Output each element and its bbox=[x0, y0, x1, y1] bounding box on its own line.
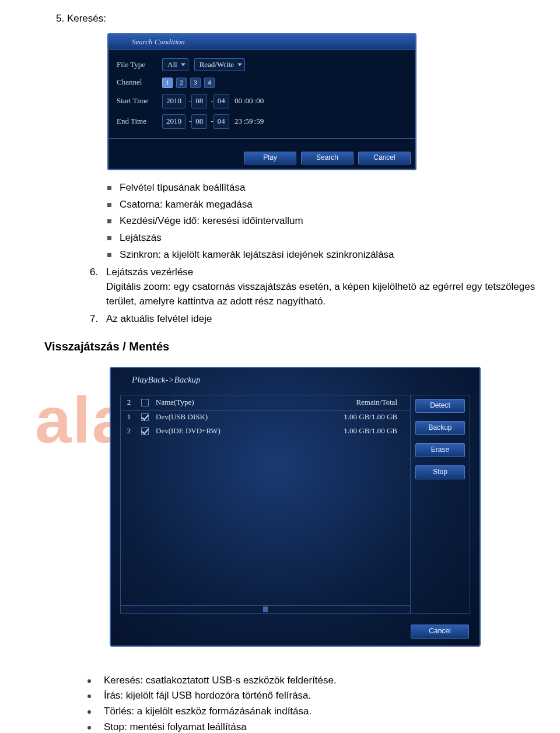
td-name: Dev(USB DISK) bbox=[152, 412, 317, 423]
row-end-time: End Time 2010 - 08 - 04 23 : 59 : 59 bbox=[117, 114, 407, 129]
chevron-down-icon bbox=[181, 64, 186, 66]
square-bullet-icon bbox=[107, 253, 111, 257]
bullet-text: Csatorna: kamerák megadása bbox=[120, 198, 539, 212]
step-6-desc: Digitális zoom: egy csatornás visszajáts… bbox=[106, 280, 560, 308]
backup-table-header: 2 Name(Type) Remain/Total bbox=[121, 395, 410, 411]
checkbox-icon bbox=[141, 399, 149, 406]
mode-value: Read/Write bbox=[200, 59, 234, 71]
backup-table: 2 Name(Type) Remain/Total 1 Dev(USB DISK… bbox=[121, 395, 410, 613]
search-button[interactable]: Search bbox=[301, 152, 354, 164]
label-start-time: Start Time bbox=[117, 96, 162, 107]
square-bullet-icon bbox=[107, 186, 111, 190]
square-bullet-icon bbox=[107, 219, 111, 223]
search-condition-panel: Search Condition File Type All Read/Writ… bbox=[107, 33, 416, 170]
end-year[interactable]: 2010 bbox=[162, 114, 186, 129]
start-hour[interactable]: 00 bbox=[235, 96, 242, 107]
step-6-row: 6. Lejátszás vezérlése bbox=[0, 265, 560, 280]
step-7-text: Az aktuális felvétel ideje bbox=[106, 312, 560, 327]
td-remain: 1.00 GB/1.00 GB bbox=[317, 412, 410, 423]
stop-button[interactable]: Stop bbox=[415, 465, 465, 479]
backup-panel: PlayBack->Backup 2 Name(Type) Remain/Tot… bbox=[110, 367, 481, 647]
bullet-icon bbox=[88, 679, 91, 683]
bullet-text: Kezdési/Vége idő: keresési időintervallu… bbox=[120, 214, 539, 229]
file-type-select[interactable]: All bbox=[162, 58, 188, 71]
th-check[interactable] bbox=[137, 399, 152, 406]
section-playback-backup: Visszajátszás / Mentés bbox=[44, 338, 560, 355]
bullet-text: Szinkron: a kijelölt kamerák lejátszási … bbox=[120, 248, 539, 262]
backup-footer: Cancel bbox=[411, 625, 469, 639]
row-file-type: File Type All Read/Write bbox=[117, 58, 407, 71]
footer-bullet-text: Keresés: csatlakoztatott USB-s eszközök … bbox=[104, 674, 337, 688]
end-day[interactable]: 04 bbox=[214, 114, 229, 129]
end-month[interactable]: 08 bbox=[191, 114, 207, 129]
td-idx: 1 bbox=[121, 412, 137, 423]
end-sec[interactable]: 59 bbox=[256, 116, 264, 127]
th-name: Name(Type) bbox=[152, 397, 317, 408]
file-type-value: All bbox=[167, 59, 177, 71]
panel-button-row: Play Search Cancel bbox=[108, 149, 415, 169]
end-min[interactable]: 59 bbox=[246, 116, 253, 127]
start-year[interactable]: 2010 bbox=[162, 94, 186, 108]
bullet-text: Lejátszás bbox=[120, 231, 539, 245]
panel-title: Search Condition bbox=[132, 37, 185, 46]
scrollbar-handle[interactable] bbox=[263, 606, 268, 612]
step-7-number: 7. bbox=[90, 312, 106, 327]
row-channel: Channel 1 2 3 4 bbox=[117, 77, 407, 88]
td-remain: 1.00 GB/1.00 GB bbox=[317, 426, 410, 437]
bullet-icon bbox=[88, 695, 91, 698]
backup-title: PlayBack->Backup bbox=[111, 368, 480, 387]
step-5-title: 5. Keresés: bbox=[56, 12, 560, 26]
td-idx: 2 bbox=[121, 426, 137, 437]
label-end-time: End Time bbox=[117, 116, 162, 127]
step-7-row: 7. Az aktuális felvétel ideje bbox=[0, 312, 560, 327]
table-row: 2 Dev(IDE DVD+RW) 1.00 GB/1.00 GB bbox=[121, 425, 410, 439]
step-6-title: Lejátszás vezérlése bbox=[106, 265, 560, 280]
channel-btn-2[interactable]: 2 bbox=[176, 78, 187, 88]
backup-content: 2 Name(Type) Remain/Total 1 Dev(USB DISK… bbox=[120, 395, 470, 614]
table-row: 1 Dev(USB DISK) 1.00 GB/1.00 GB bbox=[121, 411, 410, 425]
chevron-down-icon bbox=[237, 64, 242, 66]
label-channel: Channel bbox=[117, 77, 162, 88]
start-month[interactable]: 08 bbox=[191, 94, 207, 108]
end-hour[interactable]: 23 bbox=[235, 116, 242, 127]
detect-button[interactable]: Detect bbox=[415, 399, 465, 413]
mode-select[interactable]: Read/Write bbox=[194, 58, 245, 71]
bullet-icon bbox=[88, 726, 91, 730]
th-count: 2 bbox=[121, 397, 137, 408]
start-sec[interactable]: 00 bbox=[256, 96, 264, 107]
channel-btn-4[interactable]: 4 bbox=[204, 78, 215, 88]
footer-bullet-text: Törlés: a kijelölt eszköz formázásának i… bbox=[104, 704, 312, 719]
panel-body: File Type All Read/Write Channel 1 2 3 4… bbox=[108, 50, 415, 149]
divider bbox=[108, 138, 415, 139]
square-bullet-icon bbox=[107, 203, 111, 207]
checkbox-checked-icon bbox=[141, 427, 149, 435]
label-file-type: File Type bbox=[117, 59, 162, 71]
start-day[interactable]: 04 bbox=[214, 94, 229, 108]
cancel-button[interactable]: Cancel bbox=[411, 625, 469, 639]
play-button[interactable]: Play bbox=[244, 152, 296, 164]
cancel-button[interactable]: Cancel bbox=[358, 152, 411, 164]
footer-bullet-text: Stop: mentési folyamat leállítása bbox=[104, 720, 247, 733]
bullet-text: Felvétel típusának beállítása bbox=[120, 181, 539, 195]
panel-titlebar: Search Condition bbox=[108, 34, 415, 51]
bullet-icon bbox=[88, 710, 91, 714]
channel-btn-1[interactable]: 1 bbox=[162, 78, 173, 88]
row-start-time: Start Time 2010 - 08 - 04 00 : 00 : 00 bbox=[117, 94, 407, 108]
td-check[interactable] bbox=[137, 427, 152, 435]
th-remain: Remain/Total bbox=[317, 397, 410, 408]
td-check[interactable] bbox=[137, 413, 152, 421]
backup-button[interactable]: Backup bbox=[415, 421, 465, 435]
square-bullet-icon bbox=[107, 236, 111, 240]
footer-bullet-text: Írás: kijelölt fájl USB hordozóra történ… bbox=[104, 689, 311, 703]
channel-btn-3[interactable]: 3 bbox=[190, 78, 201, 88]
scrollbar[interactable] bbox=[121, 605, 410, 613]
footer-bullet-list: Keresés: csatlakoztatott USB-s eszközök … bbox=[88, 674, 560, 733]
backup-sidebar: Detect Backup Erase Stop bbox=[410, 395, 470, 613]
checkbox-checked-icon bbox=[141, 413, 149, 421]
start-min[interactable]: 00 bbox=[246, 96, 253, 107]
td-name: Dev(IDE DVD+RW) bbox=[152, 426, 317, 437]
erase-button[interactable]: Erase bbox=[415, 443, 465, 457]
step5-bullet-list: Felvétel típusának beállítása Csatorna: … bbox=[107, 181, 539, 262]
step-6-number: 6. bbox=[90, 265, 106, 280]
